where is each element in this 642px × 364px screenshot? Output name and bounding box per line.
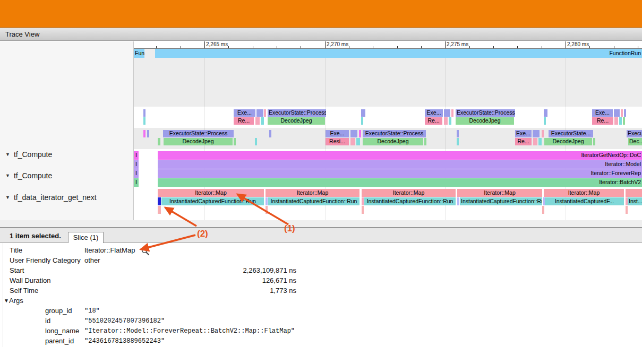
trace-slice[interactable]: Iterator::Map	[457, 189, 542, 197]
trace-slice[interactable]	[255, 117, 260, 125]
trace-slice[interactable]	[542, 130, 544, 137]
trace-slice[interactable]: Iterator::Map	[266, 189, 359, 197]
trace-slice[interactable]	[544, 117, 546, 125]
args-expand-triangle-icon[interactable]: ▼	[4, 298, 9, 304]
trace-slice[interactable]	[362, 206, 364, 214]
collapse-triangle-icon[interactable]: ▼	[5, 195, 10, 200]
trace-slice[interactable]	[624, 109, 626, 117]
trace-slice[interactable]: I	[134, 160, 139, 169]
trace-slice[interactable]: ExecutorState::Process	[363, 130, 426, 137]
trace-slice[interactable]: InstantiatedCapturedFunction::Run	[460, 197, 542, 205]
trace-slice[interactable]: I	[134, 178, 139, 187]
trace-slice[interactable]	[533, 130, 540, 137]
trace-slice[interactable]	[626, 189, 642, 197]
trace-slice[interactable]	[261, 117, 264, 125]
trace-slice[interactable]	[542, 206, 544, 214]
trace-slice[interactable]: I	[134, 169, 139, 178]
trace-slice[interactable]: Re...	[515, 138, 532, 145]
trace-slice[interactable]	[269, 130, 271, 137]
trace-slice[interactable]: ExecutorState::Process	[163, 130, 234, 137]
trace-slice[interactable]	[424, 138, 426, 145]
trace-slice[interactable]	[359, 130, 361, 137]
time-ruler[interactable]: 2,265 ms2,270 ms2,275 ms2,280 ms	[134, 41, 642, 49]
trace-slice[interactable]	[444, 109, 450, 117]
trace-slice[interactable]: Execut...	[627, 130, 642, 137]
trace-slice[interactable]	[356, 138, 360, 145]
trace-slice[interactable]: I	[134, 151, 139, 160]
trace-slice[interactable]	[143, 130, 145, 137]
trace-slice[interactable]	[266, 197, 268, 205]
trace-slice[interactable]: Iterator::Map	[158, 189, 264, 197]
trace-slice[interactable]	[619, 117, 622, 125]
trace-slice[interactable]	[363, 109, 365, 117]
trace-slice[interactable]	[621, 109, 623, 117]
trace-slice[interactable]: DecodeJpeg	[456, 117, 514, 125]
trace-slice[interactable]	[614, 117, 618, 125]
trace-slice[interactable]: IteratorGetNextOp::DoC	[158, 151, 642, 160]
sidebar-item-tf-compute-2[interactable]: ▼tf_Compute	[5, 171, 52, 180]
trace-slice[interactable]: InstantiatedCapturedFunction::Run	[161, 197, 264, 205]
trace-slice[interactable]: Exe...	[234, 109, 255, 117]
tab-slice[interactable]: Slice (1)	[68, 232, 104, 243]
selected-slice[interactable]	[158, 197, 161, 205]
trace-slice[interactable]	[158, 206, 161, 214]
trace-slice[interactable]	[361, 117, 363, 125]
trace-slice[interactable]	[147, 130, 149, 137]
trace-slice[interactable]	[533, 138, 537, 145]
trace-slice[interactable]: Re...	[234, 117, 254, 125]
trace-slice[interactable]: Re...	[425, 117, 442, 125]
trace-slice[interactable]: Iterator::ForeverRep	[158, 169, 642, 178]
trace-slice[interactable]: InstantiatedCapturedFunction::Run	[364, 197, 456, 205]
trace-slice[interactable]: FunctionRun	[155, 49, 642, 58]
trace-slice[interactable]: ExecutorState::Process	[268, 109, 326, 117]
trace-slice[interactable]: ExecutorState::Process	[456, 109, 515, 117]
trace-slice[interactable]: Iterator::BatchV2	[158, 178, 642, 187]
trace-slice[interactable]: Dec...	[628, 138, 642, 145]
trace-slice[interactable]: Inst...	[628, 197, 642, 205]
trace-slice[interactable]	[449, 117, 451, 125]
trace-slice[interactable]	[264, 109, 266, 117]
trace-slice[interactable]: Iterator::Map	[362, 189, 456, 197]
trace-slice[interactable]	[350, 130, 357, 137]
trace-slice[interactable]	[623, 117, 625, 125]
trace-slice[interactable]	[457, 197, 459, 205]
trace-slice[interactable]: Fun	[134, 49, 144, 58]
trace-slice[interactable]	[593, 138, 595, 145]
trace-slice[interactable]	[234, 138, 236, 145]
trace-slice[interactable]	[143, 109, 145, 117]
trace-slice[interactable]: DecodeJpeg	[544, 138, 592, 145]
trace-slice[interactable]: Exe...	[425, 109, 443, 117]
trace-slice[interactable]: InstantiatedCapturedFunction::Run	[268, 197, 359, 205]
trace-slice[interactable]	[143, 117, 145, 125]
trace-slice[interactable]	[457, 130, 459, 137]
trace-slice[interactable]	[538, 138, 542, 145]
trace-slice[interactable]	[158, 138, 160, 145]
trace-slice[interactable]: DecodeJpeg	[363, 138, 423, 145]
collapse-triangle-icon[interactable]: ▼	[5, 173, 10, 178]
trace-slice[interactable]	[256, 109, 263, 117]
trace-slice[interactable]: Iterator::Model	[158, 160, 642, 169]
trace-slice[interactable]	[350, 138, 355, 145]
trace-slice[interactable]	[451, 109, 453, 117]
trace-slice[interactable]: DecodeJpeg	[268, 117, 325, 125]
trace-slice[interactable]: DecodeJpeg	[164, 138, 233, 145]
panel-splitter[interactable]	[0, 220, 642, 228]
trace-slice[interactable]	[545, 109, 547, 117]
magnifier-icon[interactable]	[141, 247, 150, 256]
trace-slice[interactable]	[362, 197, 364, 205]
collapse-triangle-icon[interactable]: ▼	[5, 152, 10, 157]
trace-slice[interactable]: Exe...	[326, 130, 349, 137]
trace-slice[interactable]	[614, 109, 620, 117]
trace-slice[interactable]: Iterator::Map	[544, 189, 624, 197]
trace-slice[interactable]: ExecutorState...	[549, 130, 593, 137]
trace-slice[interactable]: Exe...	[592, 109, 613, 117]
trace-slice[interactable]	[457, 138, 459, 145]
trace-slice[interactable]	[266, 206, 268, 214]
trace-slice[interactable]	[444, 117, 448, 125]
trace-slice[interactable]	[626, 206, 628, 214]
sidebar-item-tf-compute-1[interactable]: ▼tf_Compute	[5, 150, 52, 159]
trace-slice[interactable]: Re...	[592, 117, 613, 125]
trace-slice[interactable]: Exe...	[515, 130, 532, 137]
trace-slice[interactable]: InstantiatedCapturedF...	[545, 197, 624, 205]
sidebar-item-tf-data-iterator-get-next[interactable]: ▼tf_data_iterator_get_next	[5, 193, 97, 202]
